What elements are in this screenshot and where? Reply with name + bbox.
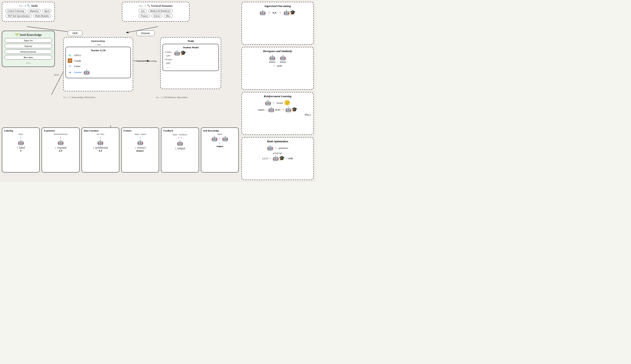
self-knowledge-box: Self-Knowledge input 🤖 ← 🤖 ↓ output (201, 128, 239, 172)
labeling-box: Labeling input ↓ 🤖 ↓ label Y (2, 128, 40, 172)
self-knowledge-title: Self-Knowledge (203, 129, 237, 132)
domains-sec-label: Sec. 5 🔨 (139, 4, 150, 8)
ro-preference-row: 🤖 ← preference (267, 145, 288, 151)
feedback-arrows-up: ↑ ↑ (163, 136, 197, 140)
rl-outputs-row: outputs → 🤖 distill → 🤖🎓 (258, 107, 297, 112)
sft-robot-right: 🤖🎓 (283, 10, 296, 16)
ro-y-values: y,¹y,²y³ → (262, 157, 271, 160)
student-models: Llama GPT Vicuna OPT ...... 🤖🎓 (165, 50, 217, 69)
sft-content: 🤖 → X,Y → 🤖🎓 (244, 10, 311, 16)
ds-robots-row: 🤖 feature 🤖 feature (269, 55, 286, 63)
llama-icon: ∞ (68, 64, 72, 68)
skills-row-2: NLP Task Specialization Multi-Modality (5, 14, 52, 18)
domain-finance: Finance (139, 14, 150, 18)
model-dots: ...... (165, 65, 172, 69)
drive-label: drive (54, 73, 59, 76)
bottom-row: Labeling input ↓ 🤖 ↓ label Y Expansion d… (2, 128, 239, 172)
model-llama: Llama (165, 50, 172, 54)
labeling-robot: 🤖 (4, 140, 38, 146)
data-curation-robot: 🤖 (84, 140, 117, 146)
ro-robot2: 🤖🎓 (273, 156, 285, 161)
model-opt: OPT (165, 61, 172, 65)
seed-title: 🌱 Seed Knowledge (5, 33, 52, 37)
seed-knowledge-box: 🌱 Seed Knowledge Input Set Dataset Demon… (2, 31, 55, 67)
llm-gemini: ◈ Gemini 🤖 (68, 69, 129, 75)
sft-title: Supervised Fine-tuning (244, 4, 311, 8)
llm-claude: AI Claude (68, 58, 129, 63)
data-curation-input: raw data (84, 133, 117, 135)
robot-student: 🤖🎓 (174, 50, 186, 69)
ro-ranking: y²>y³>y¹ (273, 152, 282, 154)
llama-label: Llama (74, 65, 80, 68)
sft-xy: X,Y (272, 11, 277, 14)
rl-arrow2: → (281, 108, 284, 112)
ds-feature-right: feature (280, 61, 286, 63)
model-gpt: GPT (165, 54, 172, 58)
seed-dataset: Dataset (5, 44, 52, 48)
self-knowledge-input: input (203, 133, 237, 135)
ro-rank-row: y,¹y,²y³ → 🤖🎓 ↑ rank (262, 156, 293, 161)
feature-result: feature (124, 149, 157, 152)
feedback-arrow-down: ↓ output (163, 147, 197, 150)
rl-outputs-label: outputs → (258, 108, 267, 111)
labeling-input: input (4, 133, 38, 135)
rl-rms-label: RMs(·) (244, 114, 311, 116)
skills-heading: Skills (31, 4, 38, 8)
sec31-label: Sec. 3.1 Knowledge Elicitation (63, 96, 95, 98)
feedback-robot: 🤖 (163, 140, 197, 146)
domains-heading: Vertical Domains (151, 4, 173, 8)
skill-label: Skill (68, 30, 82, 36)
expansion-robot: 🤖 (44, 140, 77, 146)
domains-row-1: Law Medical & Healthcare (125, 9, 187, 13)
model-vicuna: Vicuna (165, 58, 172, 61)
feature-arrow2: ↓ extract (124, 146, 157, 149)
ds-robot-left: 🤖 feature (269, 55, 275, 63)
expansion-result: X,Y (44, 149, 77, 152)
ro-robot1: 🤖 (267, 145, 273, 151)
llm-gpt4: ⊕ GPT-4 (68, 53, 129, 58)
data-curation-box: Data Curation raw data ↓ 🤖 ↓ synthesize … (82, 128, 119, 172)
robot-teacher: 🤖 (84, 69, 90, 75)
ds-robot-right-icon: 🤖 (280, 55, 286, 61)
skill-agent: Agent (42, 9, 52, 13)
rl-face: 🙂 (284, 100, 290, 106)
skill-multimodality: Multi-Modality (33, 14, 51, 18)
student-model-title: Student Model (165, 46, 217, 49)
sft-arrow2: → (279, 11, 282, 14)
generated-knowledge-label: Generated Knowledge → (135, 60, 158, 65)
right-panel: Supervised Fine-tuning 🤖 → X,Y → 🤖🎓 Dive… (242, 2, 314, 180)
rank-optimization-box: Rank Optimization 🤖 ← preference y²>y³>y… (242, 137, 314, 180)
expansion-input: demonstrations (44, 133, 77, 135)
rl-robot1: 🤖 (265, 100, 271, 106)
ds-guide-row: ← guide (273, 64, 282, 68)
ro-preference-label: preference (279, 147, 288, 149)
arrow-up1: ↑ (178, 136, 179, 140)
rl-title: Reinforcement Learning (244, 95, 311, 98)
domains-title: Sec. 5 🔨 Vertical Domains (125, 4, 187, 8)
ds-robot-right: 🤖 feature (280, 55, 286, 63)
seed-demonstrations: Demonstrations (5, 50, 52, 54)
domain-law: Law (139, 9, 147, 13)
feature-robot: 🤖 (124, 140, 157, 146)
skills-box: Sec. 4 🔧 Skills Context Following Alignm… (2, 2, 55, 22)
feedback-inputs: input feedback (163, 133, 197, 136)
arrow-up2: ↑ (180, 136, 182, 140)
gpt-icon: ⊕ (68, 53, 72, 58)
train-title: Train (163, 40, 219, 43)
skills-section: Sec. 4 🔧 Skills Context Following Alignm… (2, 2, 55, 67)
ds-feature-left: feature (269, 61, 275, 63)
student-model-list: Llama GPT Vicuna OPT ...... (165, 50, 172, 69)
ro-pref-arrow: ← (274, 146, 277, 150)
ds-guide-label: guide (277, 64, 282, 67)
feedback-label: feedback (179, 133, 187, 136)
rl-reward-label: reward (276, 102, 283, 104)
expansion-arrow1: ↓ (44, 136, 77, 139)
gemini-icon: ◈ (68, 70, 72, 74)
ds-title: Divergence and Similarity (244, 50, 311, 53)
instructions-title: Instructions (66, 40, 131, 43)
domains-box: Sec. 5 🔨 Vertical Domains Law Medical & … (122, 2, 190, 22)
rl-reward-arrow: ← (272, 101, 275, 105)
left-arrow: ← (218, 137, 221, 140)
supervised-finetuning-box: Supervised Fine-tuning 🤖 → X,Y → 🤖🎓 (242, 2, 314, 45)
feedback-input-label: input (173, 133, 177, 136)
